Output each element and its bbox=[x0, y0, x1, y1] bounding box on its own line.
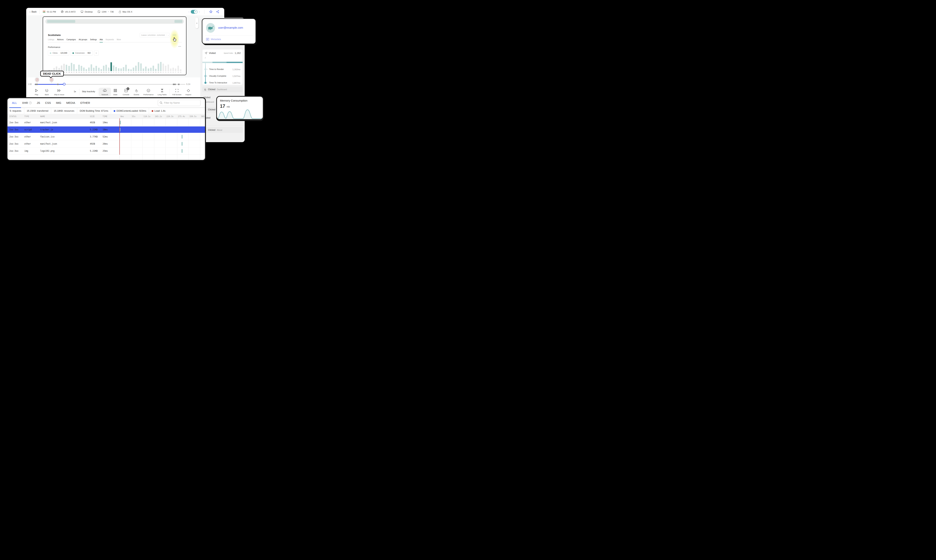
chart-bar[interactable] bbox=[145, 66, 146, 71]
clicks-chip[interactable]: Clicks 123,949 bbox=[48, 51, 69, 55]
chart-bar[interactable] bbox=[155, 69, 156, 71]
chart-bar[interactable] bbox=[91, 65, 92, 71]
visited-page-card[interactable]: Visited Speed Index 1,162 / Time to Rend… bbox=[202, 49, 243, 85]
network-request-row[interactable]: 2xx-3xxotherfavicon.ico3.77KB52ms bbox=[8, 133, 205, 140]
chart-bar[interactable] bbox=[76, 69, 77, 71]
site-tab-settings[interactable]: Settings bbox=[90, 38, 97, 42]
skip-inactivity-button[interactable]: Skip Inactivity bbox=[82, 90, 95, 92]
chart-bar[interactable] bbox=[103, 66, 105, 71]
chart-bar[interactable] bbox=[173, 68, 174, 71]
chart-bar[interactable] bbox=[93, 68, 94, 71]
issue-marker-dead-click[interactable]: i bbox=[49, 77, 54, 82]
chart-bar[interactable] bbox=[128, 69, 130, 71]
date-range-select[interactable]: Custom: 14/12/2019 - 21/01/2020 ⌄ bbox=[140, 33, 170, 37]
chart-bar[interactable] bbox=[133, 68, 134, 71]
site-tab-campaigns[interactable]: Campaigns bbox=[66, 38, 76, 42]
column-header-size[interactable]: SIZE bbox=[90, 115, 94, 117]
issue-marker[interactable]: i bbox=[35, 77, 40, 82]
chart-bar[interactable] bbox=[162, 64, 164, 71]
network-tab-all[interactable]: ALL bbox=[12, 101, 17, 105]
timeline-track[interactable]: « « i i bbox=[35, 84, 185, 85]
chart-bar[interactable] bbox=[148, 68, 149, 71]
conversion-chip[interactable]: Conversion 902 bbox=[71, 51, 93, 55]
chart-bar[interactable] bbox=[168, 65, 169, 71]
playhead-handle[interactable] bbox=[63, 83, 66, 86]
share-button[interactable] bbox=[214, 10, 221, 13]
column-header-time[interactable]: TIME bbox=[103, 115, 107, 117]
chart-bar[interactable] bbox=[180, 69, 181, 71]
chart-bar[interactable] bbox=[170, 68, 171, 71]
chart-bar[interactable] bbox=[123, 67, 124, 71]
user-email-link[interactable]: user@example.com bbox=[218, 26, 243, 29]
event-clicked-dashboard[interactable]: Clicked Dashboard bbox=[202, 86, 243, 92]
back-10s-button[interactable]: 10 Back bbox=[41, 88, 53, 95]
back-button[interactable]: ‹ Back bbox=[29, 11, 37, 13]
chart-bar[interactable] bbox=[135, 66, 137, 71]
chart-bar[interactable] bbox=[63, 64, 65, 71]
chart-bar[interactable] bbox=[118, 68, 119, 71]
chart-bar[interactable] bbox=[115, 67, 117, 71]
chart-bar[interactable] bbox=[160, 62, 162, 71]
chart-bar[interactable] bbox=[71, 63, 72, 71]
state-panel-button[interactable]: State bbox=[109, 88, 121, 95]
site-tab-more[interactable]: More bbox=[117, 38, 121, 42]
filter-by-name-input[interactable] bbox=[158, 100, 200, 106]
inspect-button[interactable]: Inspect bbox=[182, 88, 194, 95]
chart-bar[interactable] bbox=[138, 62, 139, 71]
chart-bar[interactable] bbox=[66, 65, 67, 71]
add-metric-button[interactable]: + bbox=[94, 51, 99, 55]
column-header-name[interactable]: NAME bbox=[40, 115, 45, 117]
chart-bar[interactable] bbox=[98, 68, 100, 71]
network-tab-js[interactable]: JS bbox=[37, 101, 40, 105]
chart-bar[interactable] bbox=[125, 65, 127, 71]
long-tasks-panel-button[interactable]: Long Tasks bbox=[156, 88, 168, 95]
site-tab-listings[interactable]: Listings bbox=[48, 38, 54, 42]
performance-menu-button[interactable]: ••• bbox=[178, 45, 181, 48]
event-dot[interactable] bbox=[57, 84, 59, 85]
network-tab-media[interactable]: MEDIA bbox=[66, 101, 75, 105]
event-dot[interactable] bbox=[178, 84, 179, 85]
chart-bar[interactable] bbox=[140, 63, 142, 71]
chart-bar[interactable] bbox=[111, 62, 112, 71]
events-panel-button[interactable]: Events bbox=[131, 88, 142, 95]
chart-bar[interactable] bbox=[157, 64, 159, 71]
site-tab-ad-groups[interactable]: Ad groups bbox=[79, 38, 88, 42]
chart-bar[interactable] bbox=[175, 68, 176, 71]
console-panel-button[interactable]: 3 Console bbox=[120, 88, 132, 95]
chart-bar[interactable] bbox=[177, 66, 179, 71]
chart-bar[interactable] bbox=[78, 65, 80, 71]
chart-bar[interactable] bbox=[130, 69, 132, 71]
site-tab-advices[interactable]: Advices bbox=[57, 38, 64, 42]
column-header-type[interactable]: TYPE bbox=[24, 115, 29, 117]
chart-bar[interactable] bbox=[88, 68, 89, 71]
network-tab-other[interactable]: OTHER bbox=[80, 101, 90, 105]
network-request-row[interactable]: 2xx-3xxothermanifest.json492B19ms bbox=[8, 119, 205, 126]
chart-bar[interactable] bbox=[96, 66, 97, 71]
chart-bar[interactable] bbox=[153, 66, 154, 71]
chart-bar[interactable] bbox=[105, 65, 107, 71]
network-request-row[interactable]: 2xx-3xximglogo192.png5.22KB25ms bbox=[8, 148, 205, 154]
network-request-row[interactable]: 2xx-3xxscripttracker.js5.22KB18ms bbox=[8, 126, 205, 133]
network-panel-button[interactable]: Network bbox=[99, 88, 111, 97]
chart-bar[interactable] bbox=[120, 68, 122, 71]
chart-bar[interactable] bbox=[100, 69, 102, 71]
network-tab-xhr[interactable]: XHR? bbox=[22, 101, 32, 105]
chart-bar[interactable] bbox=[113, 65, 114, 71]
speed-button[interactable]: 1x bbox=[74, 90, 76, 92]
event-clicked-about[interactable]: ClickedAbout bbox=[202, 127, 243, 133]
chart-bar[interactable] bbox=[83, 68, 85, 71]
chart-bar[interactable] bbox=[150, 68, 152, 71]
column-header-status[interactable]: STATUS bbox=[9, 115, 17, 117]
network-request-row[interactable]: 2xx-3xxothermanifest.json492B26ms bbox=[8, 140, 205, 148]
event-dot[interactable] bbox=[173, 84, 174, 85]
metadata-button[interactable]: Metadata bbox=[206, 38, 221, 41]
chart-bar[interactable] bbox=[108, 68, 109, 71]
chart-bar[interactable] bbox=[81, 66, 82, 71]
skip-to-issue-button[interactable]: Skip to Issue bbox=[53, 88, 65, 95]
chart-bar[interactable] bbox=[165, 66, 167, 71]
network-tab-img[interactable]: IMG bbox=[56, 101, 61, 105]
help-icon[interactable]: ? bbox=[29, 102, 32, 104]
network-tab-css[interactable]: CSS bbox=[45, 101, 51, 105]
site-tab-ads[interactable]: Ads bbox=[100, 38, 103, 43]
next-session-button[interactable]: › bbox=[197, 10, 201, 14]
